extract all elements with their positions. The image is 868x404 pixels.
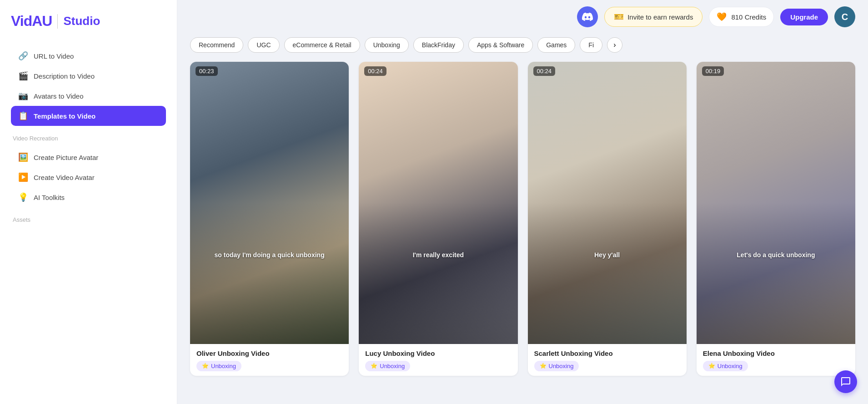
category-tab-unboxing[interactable]: Unboxing xyxy=(365,37,409,53)
thumb-overlay xyxy=(190,203,349,344)
sidebar-item-create-picture-avatar[interactable]: 🖼️ Create Picture Avatar xyxy=(11,147,166,167)
upgrade-button[interactable]: Upgrade xyxy=(780,9,828,25)
invite-button[interactable]: 🎫 Invite to earn rewards xyxy=(604,7,702,27)
logo-area: VidAU Studio xyxy=(11,13,166,30)
sidebar-item-avatars-to-video[interactable]: 📷 Avatars to Video xyxy=(11,86,166,106)
section-assets: Assets xyxy=(11,216,166,223)
video-tag-oliver: ⭐ Unboxing xyxy=(196,361,241,371)
video-thumb-elena: 00:19 Let's do a quick unboxing xyxy=(697,62,855,344)
tag-star-icon: ⭐ xyxy=(371,363,377,369)
credits-area: 🧡 810 Credits xyxy=(709,7,774,27)
video-info-elena: Elena Unboxing Video ⭐ Unboxing xyxy=(697,344,855,376)
sidebar: VidAU Studio 🔗 URL to Video🎬 Description… xyxy=(0,0,177,404)
category-bar: RecommendUGCeCommerce & RetailUnboxingBl… xyxy=(177,34,868,58)
video-tag-elena: ⭐ Unboxing xyxy=(703,361,748,371)
video-tag-lucy: ⭐ Unboxing xyxy=(365,361,410,371)
category-tab-apps-software[interactable]: Apps & Software xyxy=(468,37,533,53)
video-title-lucy: Lucy Unboxing Video xyxy=(365,349,511,357)
video-duration-lucy: 00:24 xyxy=(364,66,386,76)
credits-label: 810 Credits xyxy=(731,13,766,21)
category-next-arrow[interactable]: › xyxy=(607,37,622,53)
avatar-letter: C xyxy=(842,12,848,22)
sidebar-item-create-video-avatar[interactable]: ▶️ Create Video Avatar xyxy=(11,167,166,187)
video-info-lucy: Lucy Unboxing Video ⭐ Unboxing xyxy=(359,344,517,376)
category-tabs-container: RecommendUGCeCommerce & RetailUnboxingBl… xyxy=(190,37,602,53)
sidebar-item-ai-toolkits[interactable]: 💡 AI Toolkits xyxy=(11,187,166,207)
video-info-oliver: Oliver Unboxing Video ⭐ Unboxing xyxy=(190,344,349,376)
video-duration-elena: 00:19 xyxy=(702,66,724,76)
logo-subtitle: Studio xyxy=(63,14,100,28)
sidebar-item-desc-to-video[interactable]: 🎬 Description to Video xyxy=(11,66,166,86)
video-caption-scarlett: Hey y'all xyxy=(528,251,687,259)
tag-star-icon: ⭐ xyxy=(708,363,715,369)
user-avatar[interactable]: C xyxy=(834,6,855,27)
video-thumb-oliver: 00:23 so today I'm doing a quick unboxin… xyxy=(190,62,349,344)
chat-bubble-button[interactable] xyxy=(834,370,857,393)
invite-icon: 🎫 xyxy=(614,12,624,22)
category-tab-games[interactable]: Games xyxy=(537,37,575,53)
nav-icon-templates-to-video: 📋 xyxy=(18,111,28,121)
video-title-oliver: Oliver Unboxing Video xyxy=(196,349,342,357)
thumb-overlay xyxy=(697,203,855,344)
category-tab-ugc[interactable]: UGC xyxy=(248,37,279,53)
nav-label-url-to-video: URL to Video xyxy=(34,52,74,60)
category-tab-recommend[interactable]: Recommend xyxy=(190,37,243,53)
video-title-scarlett: Scarlett Unboxing Video xyxy=(534,349,680,357)
nav-icon-avatars-to-video: 📷 xyxy=(18,91,28,101)
video-card-oliver[interactable]: 00:23 so today I'm doing a quick unboxin… xyxy=(190,62,349,376)
video-recreation-items: 🖼️ Create Picture Avatar▶️ Create Video … xyxy=(11,147,166,207)
category-tab-fi[interactable]: Fi xyxy=(580,37,602,53)
nav-icon-url-to-video: 🔗 xyxy=(18,51,28,61)
nav-label-ai-toolkits: AI Toolkits xyxy=(34,194,65,201)
nav-icon-create-picture-avatar: 🖼️ xyxy=(18,152,28,162)
nav-label-desc-to-video: Description to Video xyxy=(34,72,95,80)
nav-icon-desc-to-video: 🎬 xyxy=(18,71,28,81)
video-duration-oliver: 00:23 xyxy=(196,66,218,76)
tag-star-icon: ⭐ xyxy=(202,363,209,369)
topbar: 🎫 Invite to earn rewards 🧡 810 Credits U… xyxy=(177,0,868,34)
video-caption-oliver: so today I'm doing a quick unboxing xyxy=(190,251,349,259)
section-video-recreation: Video Recreation xyxy=(11,135,166,142)
thumb-overlay xyxy=(528,203,687,344)
credits-icon: 🧡 xyxy=(717,12,727,22)
discord-button[interactable] xyxy=(577,6,598,27)
video-caption-lucy: I'm really excited xyxy=(359,251,517,259)
logo-name: VidAU xyxy=(11,13,52,30)
category-tab-ecommerce-retail[interactable]: eCommerce & Retail xyxy=(284,37,360,53)
nav-label-templates-to-video: Templates to Video xyxy=(34,112,95,120)
video-duration-scarlett: 00:24 xyxy=(533,66,556,76)
category-tab-blackfriday[interactable]: BlackFriday xyxy=(413,37,464,53)
video-thumb-lucy: 00:24 I'm really excited xyxy=(359,62,517,344)
video-card-scarlett[interactable]: 00:24 Hey y'all Scarlett Unboxing Video … xyxy=(528,62,687,376)
video-card-lucy[interactable]: 00:24 I'm really excited Lucy Unboxing V… xyxy=(359,62,517,376)
logo-divider xyxy=(57,14,58,29)
nav-label-create-video-avatar: Create Video Avatar xyxy=(34,174,95,181)
nav-icon-ai-toolkits: 💡 xyxy=(18,192,28,202)
video-thumb-scarlett: 00:24 Hey y'all xyxy=(528,62,687,344)
video-tag-scarlett: ⭐ Unboxing xyxy=(534,361,579,371)
nav-items: 🔗 URL to Video🎬 Description to Video📷 Av… xyxy=(11,46,166,126)
sidebar-item-templates-to-video[interactable]: 📋 Templates to Video xyxy=(11,106,166,126)
sidebar-item-url-to-video[interactable]: 🔗 URL to Video xyxy=(11,46,166,66)
video-grid: 00:23 so today I'm doing a quick unboxin… xyxy=(177,58,868,404)
tag-star-icon: ⭐ xyxy=(540,363,547,369)
nav-icon-create-video-avatar: ▶️ xyxy=(18,172,28,182)
video-info-scarlett: Scarlett Unboxing Video ⭐ Unboxing xyxy=(528,344,687,376)
video-title-elena: Elena Unboxing Video xyxy=(703,349,849,357)
main-content: 🎫 Invite to earn rewards 🧡 810 Credits U… xyxy=(177,0,868,404)
nav-label-create-picture-avatar: Create Picture Avatar xyxy=(34,154,98,161)
nav-label-avatars-to-video: Avatars to Video xyxy=(34,92,84,100)
invite-label: Invite to earn rewards xyxy=(627,13,693,21)
video-card-elena[interactable]: 00:19 Let's do a quick unboxing Elena Un… xyxy=(697,62,855,376)
video-caption-elena: Let's do a quick unboxing xyxy=(697,251,855,259)
thumb-overlay xyxy=(359,203,517,344)
